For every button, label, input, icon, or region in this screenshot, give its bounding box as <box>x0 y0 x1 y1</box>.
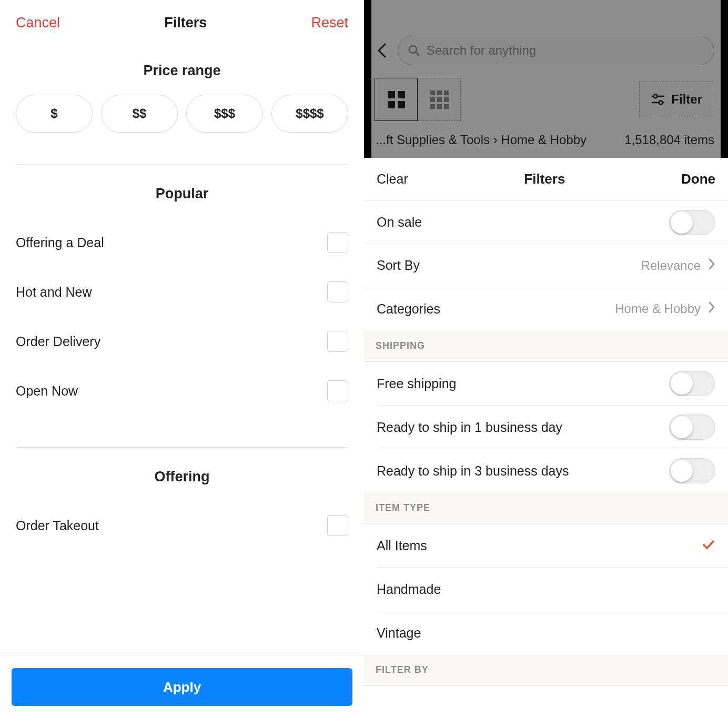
price-range-options: $ $$ $$$ $$$$ <box>0 95 364 133</box>
filters-title: Filters <box>164 15 207 31</box>
price-option-2[interactable]: $$ <box>101 95 178 133</box>
row-label: All Items <box>377 538 427 553</box>
checkbox[interactable] <box>327 281 348 302</box>
sheet-header: Clear Filters Done <box>364 158 728 201</box>
popular-list: Offering a Deal Hot and New Order Delive… <box>0 218 364 416</box>
row-label: Vintage <box>377 625 421 641</box>
price-range-heading: Price range <box>0 63 364 79</box>
left-pane: Cancel Filters Reset Price range $ $$ $$… <box>0 0 364 727</box>
toggle[interactable] <box>669 371 715 396</box>
checkbox[interactable] <box>327 232 348 253</box>
row-label: Sort By <box>377 258 420 273</box>
popular-item-offering-a-deal[interactable]: Offering a Deal <box>16 218 348 267</box>
offering-heading: Offering <box>0 469 364 485</box>
left-header: Cancel Filters Reset <box>0 0 364 47</box>
row-on-sale[interactable]: On sale <box>364 201 728 244</box>
right-pane: Search for anything <box>364 0 728 727</box>
checkbox-label: Hot and New <box>16 285 92 300</box>
checkbox-label: Order Takeout <box>16 518 99 533</box>
popular-heading: Popular <box>0 186 364 202</box>
apply-bar: Apply <box>0 655 364 727</box>
popular-item-hot-and-new[interactable]: Hot and New <box>16 267 348 317</box>
toggle[interactable] <box>669 415 715 440</box>
row-label: Ready to ship in 3 business days <box>377 463 569 479</box>
divider <box>16 164 348 165</box>
row-sort-by[interactable]: Sort By Relevance <box>364 244 728 287</box>
toggle[interactable] <box>669 458 715 483</box>
popular-item-order-delivery[interactable]: Order Delivery <box>16 317 348 366</box>
row-handmade[interactable]: Handmade <box>364 568 728 611</box>
row-label: Categories <box>377 301 440 317</box>
row-categories[interactable]: Categories Home & Hobby <box>364 287 728 330</box>
section-shipping: SHIPPING <box>364 330 728 362</box>
apply-button[interactable]: Apply <box>12 668 352 706</box>
clear-button[interactable]: Clear <box>377 171 408 187</box>
done-button[interactable]: Done <box>681 171 715 187</box>
row-label: Handmade <box>377 582 441 597</box>
checkbox[interactable] <box>327 515 348 536</box>
chevron-right-icon <box>708 301 715 317</box>
offering-list: Order Takeout <box>0 501 364 550</box>
checkbox[interactable] <box>327 380 348 401</box>
offering-item-order-takeout[interactable]: Order Takeout <box>16 501 348 550</box>
row-label: Free shipping <box>377 376 456 391</box>
row-ready-1-day[interactable]: Ready to ship in 1 business day <box>364 406 728 449</box>
checkbox-label: Open Now <box>16 383 78 399</box>
checkbox-label: Order Delivery <box>16 334 100 349</box>
checkbox-label: Offering a Deal <box>16 235 104 250</box>
toggle[interactable] <box>669 210 715 235</box>
cancel-button[interactable]: Cancel <box>16 15 60 31</box>
price-option-4[interactable]: $$$$ <box>271 95 348 133</box>
row-label: Ready to ship in 1 business day <box>377 420 562 435</box>
row-label: On sale <box>377 215 422 230</box>
reset-button[interactable]: Reset <box>311 15 348 31</box>
row-value: Relevance <box>641 258 701 273</box>
price-option-1[interactable]: $ <box>16 95 93 133</box>
row-all-items[interactable]: All Items <box>364 524 728 567</box>
divider <box>16 447 348 448</box>
background-page: Search for anything <box>364 0 728 158</box>
price-option-3[interactable]: $$$ <box>186 95 263 133</box>
chevron-right-icon <box>708 258 715 274</box>
row-vintage[interactable]: Vintage <box>364 611 728 654</box>
checkbox[interactable] <box>327 331 348 352</box>
row-free-shipping[interactable]: Free shipping <box>364 362 728 405</box>
popular-item-open-now[interactable]: Open Now <box>16 366 348 416</box>
row-value: Home & Hobby <box>615 301 701 316</box>
check-icon <box>702 539 715 552</box>
sheet-title: Filters <box>524 171 565 187</box>
section-item-type: ITEM TYPE <box>364 492 728 524</box>
section-filter-by: FILTER BY <box>364 654 728 686</box>
row-ready-3-days[interactable]: Ready to ship in 3 business days <box>364 449 728 492</box>
